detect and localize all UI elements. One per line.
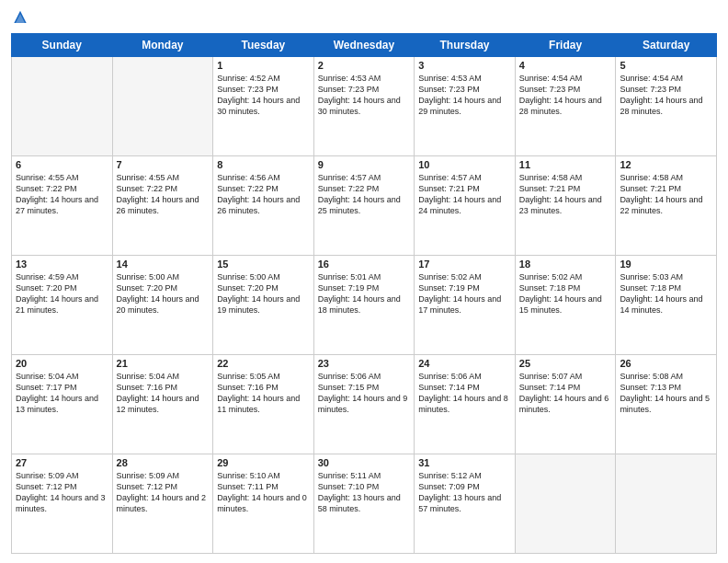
cell-details: Sunrise: 5:03 AMSunset: 7:18 PMDaylight:…: [620, 271, 712, 316]
cell-details: Sunrise: 5:07 AMSunset: 7:14 PMDaylight:…: [519, 371, 612, 416]
calendar-cell: 8Sunrise: 4:56 AMSunset: 7:22 PMDaylight…: [213, 156, 314, 256]
cell-details: Sunrise: 5:08 AMSunset: 7:13 PMDaylight:…: [620, 371, 712, 416]
calendar-cell: 29Sunrise: 5:10 AMSunset: 7:11 PMDayligh…: [213, 454, 314, 554]
calendar-cell: 25Sunrise: 5:07 AMSunset: 7:14 PMDayligh…: [515, 355, 616, 454]
calendar-cell: 24Sunrise: 5:06 AMSunset: 7:14 PMDayligh…: [415, 355, 516, 454]
calendar-cell: 18Sunrise: 5:02 AMSunset: 7:18 PMDayligh…: [515, 256, 616, 355]
calendar-table: SundayMondayTuesdayWednesdayThursdayFrid…: [11, 33, 717, 554]
day-number: 24: [418, 358, 511, 369]
day-header-thursday: Thursday: [415, 34, 516, 57]
cell-details: Sunrise: 4:59 AMSunset: 7:20 PMDaylight:…: [16, 271, 108, 316]
cell-details: Sunrise: 4:53 AMSunset: 7:23 PMDaylight:…: [418, 73, 511, 118]
calendar-cell: 26Sunrise: 5:08 AMSunset: 7:13 PMDayligh…: [616, 355, 717, 454]
day-number: 6: [16, 159, 108, 170]
calendar-cell: 19Sunrise: 5:03 AMSunset: 7:18 PMDayligh…: [616, 256, 717, 355]
cell-details: Sunrise: 5:02 AMSunset: 7:18 PMDaylight:…: [519, 271, 612, 316]
day-header-sunday: Sunday: [12, 34, 113, 57]
calendar-cell: [616, 454, 717, 554]
cell-details: Sunrise: 5:04 AMSunset: 7:16 PMDaylight:…: [117, 371, 210, 416]
calendar-cell: [12, 57, 113, 156]
day-number: 30: [318, 457, 411, 468]
calendar-cell: 31Sunrise: 5:12 AMSunset: 7:09 PMDayligh…: [415, 454, 516, 554]
cell-details: Sunrise: 4:55 AMSunset: 7:22 PMDaylight:…: [117, 172, 210, 217]
day-number: 2: [318, 60, 411, 71]
calendar-cell: 21Sunrise: 5:04 AMSunset: 7:16 PMDayligh…: [112, 355, 213, 454]
day-header-wednesday: Wednesday: [313, 34, 415, 57]
cell-details: Sunrise: 5:10 AMSunset: 7:11 PMDaylight:…: [217, 470, 310, 515]
day-number: 5: [620, 60, 712, 71]
calendar-cell: [515, 454, 616, 554]
day-number: 27: [16, 457, 108, 468]
cell-details: Sunrise: 4:58 AMSunset: 7:21 PMDaylight:…: [519, 172, 612, 217]
calendar-week-4: 20Sunrise: 5:04 AMSunset: 7:17 PMDayligh…: [12, 355, 717, 454]
day-number: 11: [519, 159, 612, 170]
cell-details: Sunrise: 5:06 AMSunset: 7:15 PMDaylight:…: [318, 371, 411, 416]
cell-details: Sunrise: 4:57 AMSunset: 7:21 PMDaylight:…: [418, 172, 511, 217]
day-number: 15: [217, 259, 310, 270]
calendar-cell: 10Sunrise: 4:57 AMSunset: 7:21 PMDayligh…: [415, 156, 516, 256]
day-number: 13: [16, 259, 108, 270]
cell-details: Sunrise: 4:54 AMSunset: 7:23 PMDaylight:…: [620, 73, 712, 118]
calendar-week-1: 1Sunrise: 4:52 AMSunset: 7:23 PMDaylight…: [12, 57, 717, 156]
day-number: 22: [217, 358, 310, 369]
calendar-cell: 30Sunrise: 5:11 AMSunset: 7:10 PMDayligh…: [313, 454, 415, 554]
day-number: 10: [418, 159, 511, 170]
cell-details: Sunrise: 5:00 AMSunset: 7:20 PMDaylight:…: [117, 271, 210, 316]
header: [11, 9, 717, 28]
cell-details: Sunrise: 5:00 AMSunset: 7:20 PMDaylight:…: [217, 271, 310, 316]
calendar-cell: 1Sunrise: 4:52 AMSunset: 7:23 PMDaylight…: [213, 57, 314, 156]
cell-details: Sunrise: 5:09 AMSunset: 7:12 PMDaylight:…: [16, 470, 108, 515]
day-number: 17: [418, 259, 511, 270]
day-number: 12: [620, 159, 712, 170]
day-number: 16: [318, 259, 411, 270]
day-header-tuesday: Tuesday: [213, 34, 314, 57]
day-number: 7: [117, 159, 210, 170]
page: SundayMondayTuesdayWednesdayThursdayFrid…: [0, 0, 728, 563]
cell-details: Sunrise: 5:12 AMSunset: 7:09 PMDaylight:…: [418, 470, 511, 515]
day-number: 4: [519, 60, 612, 71]
cell-details: Sunrise: 4:53 AMSunset: 7:23 PMDaylight:…: [318, 73, 411, 118]
day-number: 31: [418, 457, 511, 468]
calendar-cell: 3Sunrise: 4:53 AMSunset: 7:23 PMDaylight…: [415, 57, 516, 156]
calendar-cell: 14Sunrise: 5:00 AMSunset: 7:20 PMDayligh…: [112, 256, 213, 355]
calendar-cell: 5Sunrise: 4:54 AMSunset: 7:23 PMDaylight…: [616, 57, 717, 156]
calendar-cell: 15Sunrise: 5:00 AMSunset: 7:20 PMDayligh…: [213, 256, 314, 355]
cell-details: Sunrise: 5:02 AMSunset: 7:19 PMDaylight:…: [418, 271, 511, 316]
day-header-saturday: Saturday: [616, 34, 717, 57]
cell-details: Sunrise: 4:52 AMSunset: 7:23 PMDaylight:…: [217, 73, 310, 118]
day-number: 19: [620, 259, 712, 270]
calendar-cell: 16Sunrise: 5:01 AMSunset: 7:19 PMDayligh…: [313, 256, 415, 355]
calendar-cell: 22Sunrise: 5:05 AMSunset: 7:16 PMDayligh…: [213, 355, 314, 454]
calendar-cell: [112, 57, 213, 156]
day-number: 21: [117, 358, 210, 369]
day-number: 26: [620, 358, 712, 369]
cell-details: Sunrise: 5:06 AMSunset: 7:14 PMDaylight:…: [418, 371, 511, 416]
cell-details: Sunrise: 5:09 AMSunset: 7:12 PMDaylight:…: [117, 470, 210, 515]
cell-details: Sunrise: 5:01 AMSunset: 7:19 PMDaylight:…: [318, 271, 411, 316]
calendar-cell: 28Sunrise: 5:09 AMSunset: 7:12 PMDayligh…: [112, 454, 213, 554]
day-number: 29: [217, 457, 310, 468]
cell-details: Sunrise: 4:54 AMSunset: 7:23 PMDaylight:…: [519, 73, 612, 118]
calendar-cell: 11Sunrise: 4:58 AMSunset: 7:21 PMDayligh…: [515, 156, 616, 256]
calendar-cell: 27Sunrise: 5:09 AMSunset: 7:12 PMDayligh…: [12, 454, 113, 554]
day-number: 1: [217, 60, 310, 71]
day-number: 25: [519, 358, 612, 369]
logo: [11, 9, 33, 28]
cell-details: Sunrise: 4:56 AMSunset: 7:22 PMDaylight:…: [217, 172, 310, 217]
day-number: 23: [318, 358, 411, 369]
calendar-cell: 20Sunrise: 5:04 AMSunset: 7:17 PMDayligh…: [12, 355, 113, 454]
day-number: 8: [217, 159, 310, 170]
calendar-week-5: 27Sunrise: 5:09 AMSunset: 7:12 PMDayligh…: [12, 454, 717, 554]
calendar-cell: 9Sunrise: 4:57 AMSunset: 7:22 PMDaylight…: [313, 156, 415, 256]
day-number: 9: [318, 159, 411, 170]
day-number: 18: [519, 259, 612, 270]
calendar-cell: 2Sunrise: 4:53 AMSunset: 7:23 PMDaylight…: [313, 57, 415, 156]
calendar-cell: 4Sunrise: 4:54 AMSunset: 7:23 PMDaylight…: [515, 57, 616, 156]
cell-details: Sunrise: 4:58 AMSunset: 7:21 PMDaylight:…: [620, 172, 712, 217]
cell-details: Sunrise: 5:05 AMSunset: 7:16 PMDaylight:…: [217, 371, 310, 416]
day-header-monday: Monday: [112, 34, 213, 57]
day-number: 14: [117, 259, 210, 270]
cell-details: Sunrise: 4:57 AMSunset: 7:22 PMDaylight:…: [318, 172, 411, 217]
calendar-cell: 7Sunrise: 4:55 AMSunset: 7:22 PMDaylight…: [112, 156, 213, 256]
cell-details: Sunrise: 5:11 AMSunset: 7:10 PMDaylight:…: [318, 470, 411, 515]
